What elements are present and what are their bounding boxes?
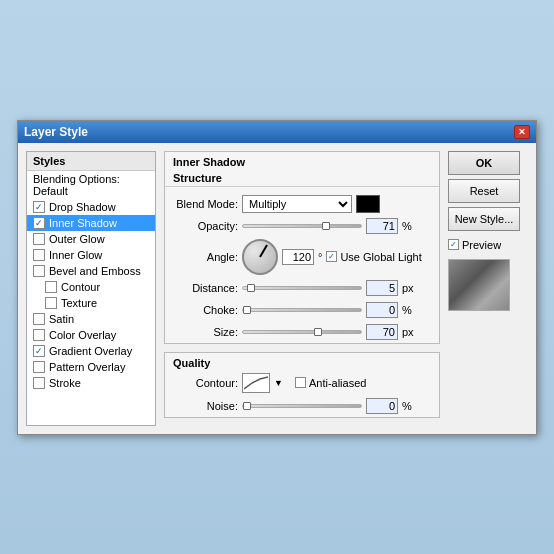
noise-slider[interactable] [242,404,362,408]
ok-button[interactable]: OK [448,151,520,175]
label-contour: Contour [61,281,100,293]
label-inner-shadow: Inner Shadow [49,217,117,229]
noise-input[interactable] [366,398,398,414]
preview-box [448,259,510,311]
anti-alias-checkbox[interactable] [295,377,306,388]
distance-slider[interactable] [242,286,362,290]
choke-input[interactable] [366,302,398,318]
opacity-thumb[interactable] [322,222,330,230]
sidebar-item-satin[interactable]: Satin [27,311,155,327]
noise-row: Noise: % [165,395,439,417]
label-outer-glow: Outer Glow [49,233,105,245]
checkbox-bevel-emboss[interactable] [33,265,45,277]
window-controls: ✕ [514,125,530,139]
inner-shadow-section: Inner Shadow Structure Blend Mode: Norma… [164,151,440,344]
checkbox-outer-glow[interactable] [33,233,45,245]
sidebar-item-texture[interactable]: Texture [27,295,155,311]
anti-alias-label: Anti-aliased [309,377,366,389]
angle-controls: ° Use Global Light [242,239,422,275]
checkbox-stroke[interactable] [33,377,45,389]
dial-needle [259,244,268,257]
global-light-text: Use Global Light [340,251,421,263]
choke-row: Choke: % [165,299,439,321]
checkbox-inner-glow[interactable] [33,249,45,261]
preview-label-text: Preview [462,239,501,251]
sidebar-item-blending-options[interactable]: Blending Options: Default [27,171,155,199]
distance-label: Distance: [173,282,238,294]
window-title: Layer Style [24,125,88,139]
choke-thumb[interactable] [243,306,251,314]
checkbox-satin[interactable] [33,313,45,325]
noise-label: Noise: [173,400,238,412]
label-bevel-emboss: Bevel and Emboss [49,265,141,277]
checkbox-gradient-overlay[interactable] [33,345,45,357]
noise-thumb[interactable] [243,402,251,410]
close-button[interactable]: ✕ [514,125,530,139]
sidebar-item-drop-shadow[interactable]: Drop Shadow [27,199,155,215]
reset-button[interactable]: Reset [448,179,520,203]
contour-row: Contour: ▼ Anti-aliased [165,371,439,395]
label-pattern-overlay: Pattern Overlay [49,361,125,373]
distance-input[interactable] [366,280,398,296]
angle-dial[interactable] [242,239,278,275]
checkbox-color-overlay[interactable] [33,329,45,341]
size-slider[interactable] [242,330,362,334]
checkbox-drop-shadow[interactable] [33,201,45,213]
contour-label: Contour: [173,377,238,389]
contour-swatch[interactable] [242,373,270,393]
blend-mode-row: Blend Mode: NormalDissolveMultiplyScreen… [165,193,439,215]
sidebar-item-pattern-overlay[interactable]: Pattern Overlay [27,359,155,375]
distance-thumb[interactable] [247,284,255,292]
opacity-row: Opacity: % [165,215,439,237]
shadow-color-swatch[interactable] [356,195,380,213]
checkbox-pattern-overlay[interactable] [33,361,45,373]
styles-list: Blending Options: DefaultDrop ShadowInne… [27,171,155,391]
size-thumb[interactable] [314,328,322,336]
choke-slider[interactable] [242,308,362,312]
global-light-label: Use Global Light [326,251,421,263]
angle-row: Angle: ° Use Global Light [165,237,439,277]
blend-mode-select[interactable]: NormalDissolveMultiplyScreenOverlaySoft … [242,195,352,213]
sidebar-item-stroke[interactable]: Stroke [27,375,155,391]
contour-dropdown-arrow[interactable]: ▼ [274,378,283,388]
angle-input[interactable] [282,249,314,265]
global-light-checkbox[interactable] [326,251,337,262]
opacity-label: Opacity: [173,220,238,232]
label-blending-options: Blending Options: Default [33,173,149,197]
angle-unit: ° [318,251,322,263]
window-body: Styles Blending Options: DefaultDrop Sha… [18,143,536,434]
anti-alias-row: Anti-aliased [295,377,366,389]
sidebar-item-bevel-emboss[interactable]: Bevel and Emboss [27,263,155,279]
size-unit: px [402,326,418,338]
distance-unit: px [402,282,418,294]
sidebar-item-contour[interactable]: Contour [27,279,155,295]
opacity-input[interactable] [366,218,398,234]
size-row: Size: px [165,321,439,343]
quality-title: Quality [165,353,439,371]
layer-style-dialog: Layer Style ✕ Styles Blending Options: D… [17,120,537,435]
label-texture: Texture [61,297,97,309]
checkbox-texture[interactable] [45,297,57,309]
inner-shadow-title: Inner Shadow [165,152,439,170]
noise-unit: % [402,400,418,412]
svg-line-1 [252,379,260,383]
choke-unit: % [402,304,418,316]
opacity-unit: % [402,220,418,232]
sidebar-item-color-overlay[interactable]: Color Overlay [27,327,155,343]
opacity-slider[interactable] [242,224,362,228]
new-style-button[interactable]: New Style... [448,207,520,231]
checkbox-contour[interactable] [45,281,57,293]
size-input[interactable] [366,324,398,340]
checkbox-inner-shadow[interactable] [33,217,45,229]
distance-row: Distance: px [165,277,439,299]
angle-label: Angle: [173,251,238,263]
styles-panel: Styles Blending Options: DefaultDrop Sha… [26,151,156,426]
sidebar-item-inner-shadow[interactable]: Inner Shadow [27,215,155,231]
sidebar-item-inner-glow[interactable]: Inner Glow [27,247,155,263]
quality-section: Quality Contour: ▼ Anti-aliased [164,352,440,418]
preview-checkbox[interactable] [448,239,459,250]
label-satin: Satin [49,313,74,325]
sidebar-item-outer-glow[interactable]: Outer Glow [27,231,155,247]
sidebar-item-gradient-overlay[interactable]: Gradient Overlay [27,343,155,359]
svg-line-0 [244,383,252,389]
